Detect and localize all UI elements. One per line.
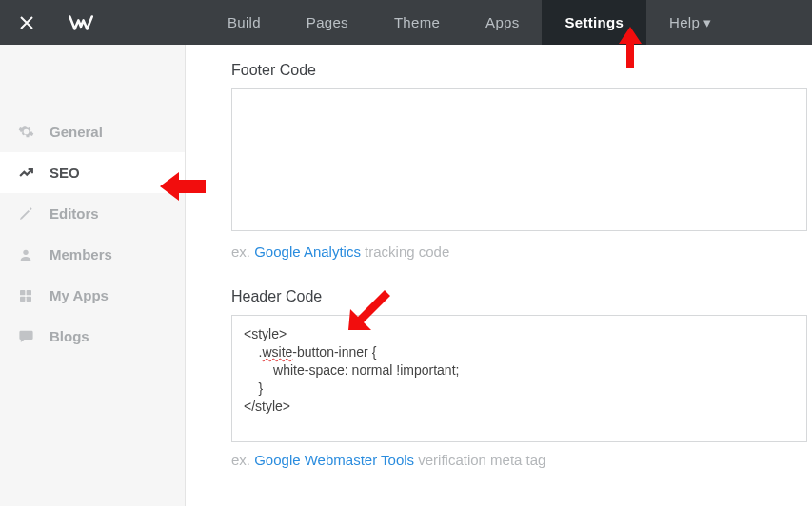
close-button[interactable] <box>0 0 52 45</box>
sidebar-item-label: General <box>50 124 103 140</box>
nav-help[interactable]: Help ▾ <box>646 0 734 45</box>
hint-prefix: ex. <box>231 243 254 260</box>
nav-pages[interactable]: Pages <box>284 0 371 45</box>
svg-rect-4 <box>27 296 31 301</box>
main-content: Footer Code ex. Google Analytics trackin… <box>186 45 812 506</box>
nav-apps[interactable]: Apps <box>463 0 542 45</box>
sidebar-item-label: Editors <box>50 205 99 222</box>
svg-point-0 <box>23 249 28 254</box>
svg-rect-1 <box>20 290 25 295</box>
footer-code-section: Footer Code ex. Google Analytics trackin… <box>231 62 812 260</box>
person-icon <box>17 247 34 263</box>
sidebar-item-label: My Apps <box>50 287 109 303</box>
sidebar-item-label: Blogs <box>50 328 89 344</box>
google-webmaster-link[interactable]: Google Webmaster Tools <box>254 452 414 468</box>
sidebar-item-label: SEO <box>50 165 80 181</box>
footer-hint: ex. Google Analytics tracking code <box>231 243 812 260</box>
svg-rect-2 <box>27 290 31 295</box>
sidebar: General SEO Editors Members My Apps Blog… <box>0 45 186 506</box>
trend-icon <box>17 165 34 181</box>
sidebar-item-general[interactable]: General <box>0 111 185 152</box>
gear-icon <box>17 124 34 140</box>
topbar: Build Pages Theme Apps Settings Help ▾ <box>0 0 812 45</box>
sidebar-item-seo[interactable]: SEO <box>0 152 185 193</box>
header-code-section: Header Code <style> .wsite-button-inner … <box>231 288 812 468</box>
header-code-textarea[interactable]: <style> .wsite-button-inner { white-spac… <box>231 315 807 442</box>
nav-build[interactable]: Build <box>205 0 284 45</box>
nav-help-label: Help <box>669 14 700 30</box>
sidebar-item-label: Members <box>50 246 112 263</box>
nav-theme[interactable]: Theme <box>371 0 463 45</box>
weebly-logo[interactable] <box>52 0 109 45</box>
top-nav: Build Pages Theme Apps Settings Help ▾ <box>205 0 734 45</box>
hint-suffix: tracking code <box>361 243 449 260</box>
google-analytics-link[interactable]: Google Analytics <box>254 243 361 260</box>
logo-icon <box>69 13 93 32</box>
sidebar-item-editors[interactable]: Editors <box>0 193 185 234</box>
header-code-label: Header Code <box>231 288 812 305</box>
pencil-icon <box>17 206 34 222</box>
grid-icon <box>17 288 34 303</box>
caret-down-icon: ▾ <box>703 14 711 31</box>
spacer <box>109 0 205 45</box>
nav-settings[interactable]: Settings <box>542 0 646 45</box>
footer-code-label: Footer Code <box>231 62 812 79</box>
hint-prefix: ex. <box>231 452 254 468</box>
sidebar-item-myapps[interactable]: My Apps <box>0 275 185 316</box>
svg-rect-3 <box>20 296 25 301</box>
close-icon <box>19 15 34 30</box>
sidebar-item-members[interactable]: Members <box>0 234 185 275</box>
header-hint: ex. Google Webmaster Tools verification … <box>231 452 812 468</box>
sidebar-item-blogs[interactable]: Blogs <box>0 316 185 357</box>
chat-icon <box>17 328 34 344</box>
hint-suffix: verification meta tag <box>414 452 545 468</box>
footer-code-textarea[interactable] <box>231 88 807 231</box>
